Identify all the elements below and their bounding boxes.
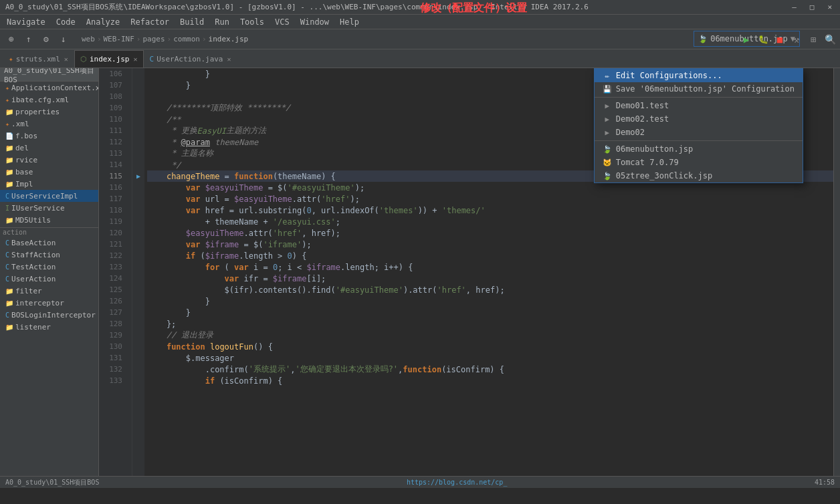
folder-icon: 📁 <box>5 144 13 152</box>
tab-useraction-java[interactable]: C UserAction.java ✕ <box>144 50 237 68</box>
sidebar-item-filter[interactable]: 📁 filter <box>0 285 98 297</box>
interface-icon: I <box>5 205 9 212</box>
sidebar-item-base[interactable]: 📁 base <box>0 166 98 178</box>
close-button[interactable]: ✕ <box>825 3 835 11</box>
sidebar-item-staffaction[interactable]: C StaffAction <box>0 249 98 261</box>
sidebar-item-userserviceimpl[interactable]: C UserServiceImpl <box>0 190 98 202</box>
sidebar-item-baseaction[interactable]: C BaseAction <box>0 237 98 249</box>
tab-index-jsp[interactable]: ⬡ index.jsp ✕ <box>74 50 144 68</box>
breadcrumb-indexjsp[interactable]: index.jsp <box>209 35 249 43</box>
right-scrollbar[interactable] <box>833 68 840 476</box>
breadcrumb-pages[interactable]: pages <box>142 35 165 43</box>
sidebar: A0_0_study\01_SSH项目BOS ✦ ApplicationCont… <box>0 68 99 476</box>
sidebar-item-rvice[interactable]: 📁 rvice <box>0 154 98 166</box>
xml-file-icon: ✦ <box>5 96 9 104</box>
breadcrumb-common[interactable]: common <box>173 35 200 43</box>
sidebar-item-properties[interactable]: 📁 properties <box>0 106 98 118</box>
menu-run[interactable]: Run <box>211 17 233 27</box>
minimize-button[interactable]: — <box>789 3 799 11</box>
xml-file-icon: ✦ <box>5 84 9 92</box>
editor-area: 106 107 108 109 110 111 112 113 114 115 … <box>99 68 840 476</box>
build-button[interactable]: ⚒ <box>789 32 804 47</box>
sidebar-section-action: action <box>0 227 98 237</box>
tab-useraction-close[interactable]: ✕ <box>227 55 231 63</box>
menu-code[interactable]: Code <box>52 17 80 27</box>
dropdown-item-demo01[interactable]: ▶ Demo01.test <box>595 99 803 112</box>
tabs-bar: ✦ struts.xml ✕ ⬡ index.jsp ✕ C UserActio… <box>0 49 840 68</box>
sidebar-item-fbos[interactable]: 📄 f.bos <box>0 130 98 142</box>
code-line-129: // 退出登录 <box>147 330 833 341</box>
file-icon: 📄 <box>5 132 13 140</box>
sidebar-item-listener[interactable]: 📁 listener <box>0 321 98 333</box>
menu-build[interactable]: Build <box>176 17 208 27</box>
tab-struts-xml[interactable]: ✦ struts.xml ✕ <box>3 50 74 68</box>
code-line-117: var url = $easyuiTheme.attr('href'); <box>147 193 833 205</box>
dropdown-item-demo02b[interactable]: ▶ Demo02 <box>595 126 803 139</box>
sidebar-item-useraction[interactable]: C UserAction <box>0 273 98 285</box>
java-class-icon: C <box>5 311 9 319</box>
dropdown-item-tomcat[interactable]: 🐱 Tomcat 7.0.79 <box>595 156 803 169</box>
sidebar-item-del[interactable]: 📁 del <box>0 142 98 154</box>
sidebar-item-xml[interactable]: ✦ .xml <box>0 118 98 130</box>
dropdown-item-demo02[interactable]: ▶ Demo02.test <box>595 112 803 126</box>
menu-bar: Navigate Code Analyze Refactor Build Run… <box>0 15 840 29</box>
code-line-125: $(ifr).contents().find('#easyuiTheme').a… <box>147 284 833 295</box>
tab-index-label: index.jsp <box>90 55 130 64</box>
menu-help[interactable]: Help <box>336 17 363 27</box>
sidebar-item-applicationcontext[interactable]: ✦ ApplicationContext.xml <box>0 82 98 94</box>
run-button[interactable]: ▶ <box>739 32 754 47</box>
xml-file-icon: ✦ <box>5 120 9 128</box>
dropdown-item-menubutton[interactable]: 🍃 06menubutton.jsp <box>595 142 803 156</box>
sidebar-item-md5utils[interactable]: 📁 MD5Utils <box>0 214 98 226</box>
menu-navigate[interactable]: Navigate <box>3 17 49 27</box>
menu-refactor[interactable]: Refactor <box>126 17 173 27</box>
settings-button[interactable]: ⚙ <box>39 32 54 47</box>
menu-vcs[interactable]: VCS <box>271 17 294 27</box>
menubutton-icon: 🍃 <box>603 145 612 154</box>
status-left: A0_0_study\01_SSH项目BOS <box>5 478 99 487</box>
breadcrumb-webinf[interactable]: WEB-INF <box>104 35 134 43</box>
tab-struts-close[interactable]: ✕ <box>64 55 68 63</box>
dropdown-item-save-config[interactable]: 💾 Save '06menubutton.jsp' Configuration <box>595 82 803 96</box>
xml-icon: ✦ <box>9 55 13 64</box>
tab-struts-label: struts.xml <box>16 55 60 64</box>
demo02b-icon: ▶ <box>603 128 612 137</box>
stop-button[interactable]: ■ <box>772 32 787 47</box>
folder-icon: 📁 <box>5 287 13 295</box>
demo02-icon: ▶ <box>603 115 612 124</box>
sidebar-item-ibate[interactable]: ✦ ibate.cfg.xml <box>0 94 98 106</box>
folder-icon: 📁 <box>5 108 13 116</box>
menu-tools[interactable]: Tools <box>236 17 268 27</box>
down-button[interactable]: ↓ <box>56 32 71 47</box>
dropdown-item-onclick[interactable]: 🍃 05ztree_3onClick.jsp <box>595 169 803 182</box>
tab-index-close[interactable]: ✕ <box>134 55 138 63</box>
dropdown-item-edit-config[interactable]: ✏️ Edit Configurations... <box>595 69 803 82</box>
sidebar-item-iuserservice[interactable]: I IUserService <box>0 202 98 214</box>
code-line-123: for ( var i = 0; i < $iframe.length; i++… <box>147 261 833 273</box>
sidebar-item-boslogininterceptor[interactable]: C BOSLoginInterceptor <box>0 309 98 321</box>
search-button[interactable]: 🔍 <box>823 32 837 47</box>
onclick-icon: 🍃 <box>603 172 612 180</box>
java-icon: C <box>150 55 154 64</box>
code-line-124: var ifr = $iframe[i]; <box>147 273 833 284</box>
gutter: ▶ <box>132 68 144 476</box>
menu-analyze[interactable]: Analyze <box>82 17 124 27</box>
grid-button[interactable]: ⊞ <box>806 32 821 47</box>
folder-icon: 📁 <box>5 299 13 307</box>
debug-button[interactable]: 🐛 <box>756 32 770 47</box>
maximize-button[interactable]: □ <box>807 3 817 11</box>
status-bar: A0_0_study\01_SSH项目BOS https://blog.csdn… <box>0 476 840 488</box>
folder-icon: 📁 <box>5 156 13 164</box>
sidebar-item-interceptor[interactable]: 📁 interceptor <box>0 297 98 309</box>
breadcrumb-web[interactable]: web <box>82 35 95 43</box>
up-button[interactable]: ↑ <box>21 32 36 47</box>
java-class-icon: C <box>5 251 9 259</box>
dropdown-separator-2 <box>595 140 803 141</box>
sync-button[interactable]: ⊕ <box>4 32 19 47</box>
run-icons-group: ▶ 🐛 ■ ⚒ ⊞ 🔍 <box>739 32 837 47</box>
sidebar-item-testaction[interactable]: C TestAction <box>0 261 98 273</box>
sidebar-item-impl[interactable]: 📁 Impl <box>0 178 98 190</box>
code-line-132: .confirm('系统提示','您确定要退出本次登录吗?',function(… <box>147 364 833 375</box>
menu-window[interactable]: Window <box>296 17 333 27</box>
code-content: 106 107 108 109 110 111 112 113 114 115 … <box>99 68 840 476</box>
